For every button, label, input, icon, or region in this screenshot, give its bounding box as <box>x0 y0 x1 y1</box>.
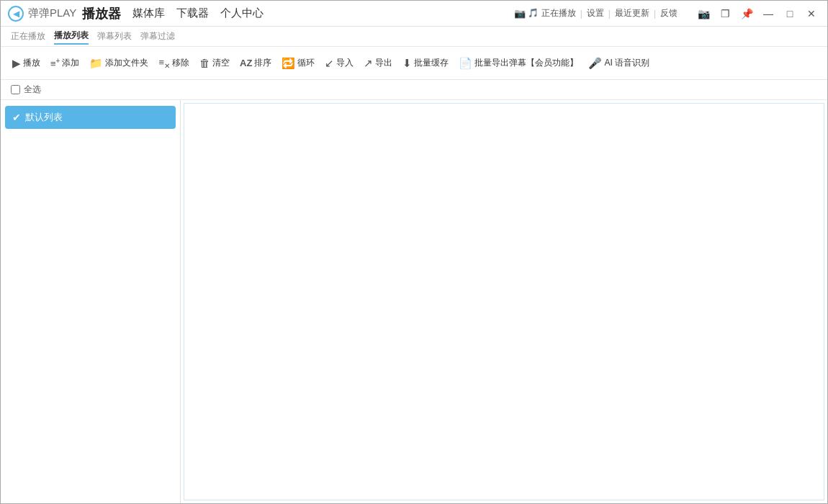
remove-label: 移除 <box>172 57 189 69</box>
app-name: 弹弹PLAY <box>28 6 76 20</box>
title-right-links: 📷 🎵 正在播放 | 设置 | 最近更新 | 反馈 <box>510 7 682 19</box>
toolbar: ▶ 播放 ≡+ 添加 📁 添加文件夹 ≡✕ 移除 🗑 清空 AZ 排序 🔁 循环… <box>1 47 827 80</box>
title-bar: ◀ 弹弹PLAY 播放器 媒体库 下载器 个人中心 📷 🎵 正在播放 | 设置 … <box>1 1 827 27</box>
clear-button[interactable]: 🗑 清空 <box>195 54 234 72</box>
add-label: 添加 <box>62 57 79 69</box>
subnav-danmaku-filter[interactable]: 弹幕过滤 <box>140 29 175 44</box>
nav-personal[interactable]: 个人中心 <box>220 6 264 20</box>
main-nav: 媒体库 下载器 个人中心 <box>132 6 264 20</box>
now-playing-label: 🎵 正在播放 <box>528 7 575 19</box>
playlist-item-label: 默认列表 <box>25 111 63 124</box>
add-folder-label: 添加文件夹 <box>105 57 148 69</box>
close-button[interactable]: ✕ <box>801 4 822 24</box>
remove-button[interactable]: ≡✕ 移除 <box>154 54 194 73</box>
play-icon: ▶ <box>12 57 21 70</box>
now-playing-link[interactable]: 📷 🎵 正在播放 <box>510 7 580 19</box>
trash-icon: 🗑 <box>199 57 210 69</box>
import-icon: ↙ <box>325 57 334 70</box>
sub-nav: 正在播放 播放列表 弹幕列表 弹幕过滤 <box>1 27 827 47</box>
select-all-text: 全选 <box>24 84 41 96</box>
title-bar-right: 📷 🎵 正在播放 | 设置 | 最近更新 | 反馈 📷 ❐ 📌 <box>510 4 822 24</box>
select-all-bar: 全选 <box>1 80 827 100</box>
select-all-label[interactable]: 全选 <box>11 84 41 96</box>
download-icon: ⬇ <box>402 57 412 70</box>
subnav-now-playing[interactable]: 正在播放 <box>11 29 45 44</box>
folder-icon: 📁 <box>89 57 103 70</box>
subnav-playlist[interactable]: 播放列表 <box>54 28 89 45</box>
main-content: ✔ 默认列表 <box>1 100 827 503</box>
title-bar-left: ◀ 弹弹PLAY 播放器 媒体库 下载器 个人中心 <box>8 5 264 22</box>
window-controls: 📷 ❐ 📌 — □ ✕ <box>693 4 822 24</box>
play-label: 播放 <box>23 57 40 69</box>
loop-icon: 🔁 <box>282 57 295 70</box>
settings-link[interactable]: 设置 <box>582 7 608 19</box>
export-icon: ↗ <box>364 57 373 70</box>
ai-voice-button[interactable]: 🎤 AI 语音识别 <box>584 54 654 73</box>
close-icon: ✕ <box>807 8 816 19</box>
export-label: 导出 <box>375 57 392 69</box>
loop-button[interactable]: 🔁 循环 <box>277 54 319 73</box>
batch-export-icon: 📄 <box>459 57 472 70</box>
camera-icon: 📷 <box>514 8 526 19</box>
sort-icon: AZ <box>240 58 252 68</box>
pin-button[interactable]: 📌 <box>737 4 757 24</box>
nav-downloader[interactable]: 下载器 <box>176 6 209 20</box>
add-icon: ≡+ <box>50 57 60 69</box>
minimize-icon: — <box>763 8 773 19</box>
batch-export-label: 批量导出弹幕【会员功能】 <box>474 57 578 69</box>
ai-voice-label: AI 语音识别 <box>604 57 649 69</box>
screenshot-button[interactable]: 📷 <box>693 4 714 24</box>
back-icon: ◀ <box>13 9 19 19</box>
import-button[interactable]: ↙ 导入 <box>320 54 358 73</box>
pin-icon: 📌 <box>741 8 753 19</box>
add-button[interactable]: ≡+ 添加 <box>46 54 84 72</box>
app-name-bold: 播放器 <box>82 5 121 22</box>
loop-label: 循环 <box>297 57 315 69</box>
pip-button[interactable]: ❐ <box>715 4 735 24</box>
sort-button[interactable]: AZ 排序 <box>235 54 276 72</box>
check-icon: ✔ <box>12 112 21 123</box>
select-all-checkbox[interactable] <box>11 85 20 94</box>
add-folder-button[interactable]: 📁 添加文件夹 <box>85 54 153 73</box>
batch-cache-label: 批量缓存 <box>414 57 449 69</box>
remove-icon: ≡✕ <box>158 57 170 70</box>
back-button[interactable]: ◀ <box>8 6 24 22</box>
playlist-area[interactable] <box>184 103 824 500</box>
recent-link[interactable]: 最近更新 <box>611 7 654 19</box>
batch-cache-button[interactable]: ⬇ 批量缓存 <box>398 54 453 73</box>
play-button[interactable]: ▶ 播放 <box>8 54 45 73</box>
maximize-icon: □ <box>787 8 793 19</box>
sidebar: ✔ 默认列表 <box>1 100 181 503</box>
pip-icon: ❐ <box>721 8 730 19</box>
import-label: 导入 <box>336 57 354 69</box>
minimize-button[interactable]: — <box>758 4 778 24</box>
playlist-item-default[interactable]: ✔ 默认列表 <box>5 106 176 129</box>
subnav-danmaku-list[interactable]: 弹幕列表 <box>97 29 132 44</box>
clear-label: 清空 <box>212 57 230 69</box>
feedback-link[interactable]: 反馈 <box>656 7 682 19</box>
nav-media-library[interactable]: 媒体库 <box>132 6 165 20</box>
sort-label: 排序 <box>254 57 271 69</box>
app-window: ◀ 弹弹PLAY 播放器 媒体库 下载器 个人中心 📷 🎵 正在播放 | 设置 … <box>0 0 828 504</box>
ai-voice-icon: 🎤 <box>588 57 602 70</box>
maximize-button[interactable]: □ <box>780 4 800 24</box>
batch-export-danmaku-button[interactable]: 📄 批量导出弹幕【会员功能】 <box>454 54 582 73</box>
screenshot-icon: 📷 <box>698 8 710 19</box>
export-button[interactable]: ↗ 导出 <box>359 54 397 73</box>
